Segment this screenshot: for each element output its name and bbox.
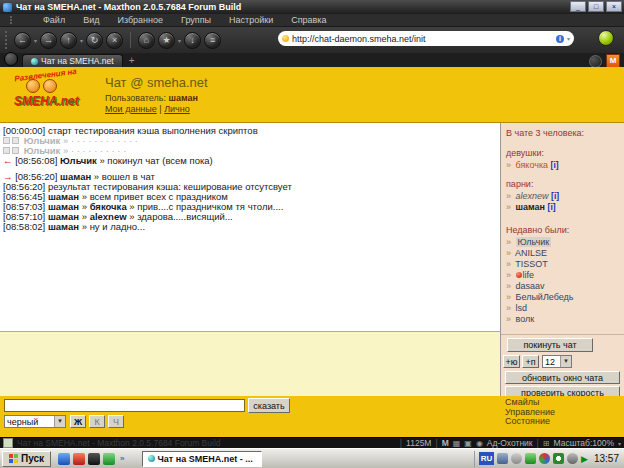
new-tab-button[interactable]: + — [129, 54, 135, 67]
tray-icon-6[interactable] — [567, 453, 578, 464]
recent-user-row: » ANILSE — [506, 248, 624, 258]
images-icon[interactable]: ▣ — [464, 439, 472, 448]
recent-user-row: » Юльчик — [506, 237, 624, 247]
user-link[interactable]: alexnew — [516, 191, 549, 201]
message-text: ну и ладно... — [90, 221, 145, 232]
plugins-icon[interactable]: ◉ — [476, 439, 483, 448]
back-button[interactable]: ← — [14, 32, 31, 49]
favorites-dropdown-icon[interactable]: ▾ — [178, 37, 181, 44]
home-button[interactable]: ⌂ — [138, 32, 155, 49]
bullet-icon: » — [506, 191, 511, 201]
user-link[interactable]: Юльчик — [516, 237, 552, 247]
quicklaunch-icon-3[interactable] — [88, 453, 100, 465]
tray-icon-4[interactable] — [539, 453, 550, 464]
tab-chat[interactable]: Чат на SMEHA.net — [22, 54, 123, 67]
maxthon-badge-icon[interactable]: M — [606, 54, 620, 68]
bullet-icon: » — [506, 160, 511, 170]
text-color-select[interactable]: черный ▼ — [4, 415, 66, 428]
up-dropdown-icon[interactable]: ▾ — [80, 37, 83, 44]
quicklaunch-icon-1[interactable] — [58, 453, 70, 465]
font-size-select[interactable]: 12 ▼ — [542, 355, 572, 368]
toolbar-separator — [130, 32, 131, 48]
zoom-icon: ⊞ — [543, 439, 550, 448]
user-info-link[interactable]: [i] — [551, 191, 559, 201]
header-links: Мои данные | Лично — [105, 104, 190, 114]
task-button-chat[interactable]: Чат на SMEHA.net - ... — [142, 451, 262, 467]
tray-icon-3[interactable] — [525, 453, 536, 464]
maximize-button[interactable]: □ — [588, 1, 604, 12]
user-link[interactable]: TISSOT — [515, 259, 548, 269]
menu-favorites[interactable]: Избранное — [108, 15, 172, 25]
user-link[interactable]: бякочка — [516, 160, 549, 170]
boss-key-icon[interactable] — [589, 55, 602, 68]
link-separator: | — [159, 104, 161, 114]
message-separator: » — [99, 155, 104, 166]
menu-groups[interactable]: Группы — [172, 15, 220, 25]
user-link[interactable]: life — [523, 270, 535, 280]
favorites-button[interactable]: ★ — [158, 32, 175, 49]
menu-view[interactable]: Вид — [74, 15, 108, 25]
up-button[interactable]: ↑ — [60, 32, 77, 49]
page-info-icon[interactable]: i — [556, 35, 564, 43]
system-tray: RU ▶ 13:57 — [474, 451, 622, 467]
status-bar: Чат на SMEHA.net - Maxthon 2.0.5.7684 Fo… — [0, 437, 624, 448]
tab-list-button[interactable] — [4, 52, 18, 66]
my-data-link[interactable]: Мои данные — [105, 104, 157, 114]
tray-icon-5[interactable] — [553, 453, 564, 464]
start-button[interactable]: Пуск — [2, 451, 51, 467]
back-dropdown-icon[interactable]: ▾ — [34, 37, 37, 44]
zoom-caret-icon[interactable]: ▾ — [618, 440, 621, 447]
italic-button[interactable]: К — [89, 415, 105, 428]
ad-hunter-status[interactable]: Ад-Охотник — [487, 438, 533, 448]
message-author: Юльчик — [60, 155, 97, 166]
leave-chat-button[interactable]: покинуть чат — [507, 338, 593, 352]
forward-button[interactable]: → — [40, 32, 57, 49]
refresh-chat-button[interactable]: обновить окно чата — [505, 371, 620, 384]
address-bar[interactable]: http://chat-daemon.smeha.net/init i ▾ — [278, 31, 574, 46]
user-link[interactable]: шаман — [516, 202, 546, 212]
quicklaunch-overflow-icon[interactable]: » — [120, 454, 124, 463]
user-link[interactable]: lsd — [516, 303, 528, 313]
language-indicator[interactable]: RU — [479, 452, 494, 465]
address-input[interactable]: http://chat-daemon.smeha.net/init — [292, 34, 553, 44]
add-boy-button[interactable]: +п — [522, 355, 539, 368]
menu-file[interactable]: Файл — [34, 15, 74, 25]
stop-button[interactable]: × — [106, 32, 123, 49]
message-input[interactable] — [4, 399, 245, 412]
underline-button[interactable]: Ч — [108, 415, 124, 428]
bold-button[interactable]: Ж — [70, 415, 86, 428]
user-link[interactable]: dasaav — [516, 281, 545, 291]
chat-message: [08:58:02] шаман » ну и ладно... — [3, 222, 498, 232]
state-link[interactable]: Состояние — [505, 417, 555, 427]
say-button[interactable]: сказать — [248, 398, 290, 413]
minimize-button[interactable]: _ — [570, 1, 586, 12]
quicklaunch-icon-2[interactable] — [73, 453, 85, 465]
private-link[interactable]: Лично — [164, 104, 190, 114]
menu-settings[interactable]: Настройки — [220, 15, 282, 25]
maxthon-status-badge: M — [442, 438, 449, 448]
recent-user-row: » lsd — [506, 303, 624, 313]
user-link[interactable]: ANILSE — [515, 248, 547, 258]
tools-button[interactable]: ≡ — [204, 32, 221, 49]
status-separator: | — [435, 438, 437, 448]
user-link[interactable]: волк — [516, 314, 535, 324]
quicklaunch-icon-4[interactable] — [103, 453, 115, 465]
user-info-link[interactable]: [i] — [548, 202, 556, 212]
tray-icon-2[interactable] — [511, 453, 522, 464]
tray-icon-1[interactable] — [497, 453, 508, 464]
download-button[interactable]: ↓ — [184, 32, 201, 49]
add-girl-button[interactable]: +ю — [503, 355, 520, 368]
status-separator: | — [400, 438, 402, 448]
zoom-level[interactable]: Масштаб:100% — [554, 438, 614, 448]
close-button[interactable]: × — [606, 1, 622, 12]
proxy-icon[interactable]: ▦ — [453, 439, 461, 448]
refresh-button[interactable]: ↻ — [86, 32, 103, 49]
bullet-icon: » — [506, 270, 511, 280]
menu-help[interactable]: Справка — [282, 15, 335, 25]
user-name: шаман — [168, 93, 198, 103]
player-tray-icon[interactable]: ▶ — [581, 454, 588, 464]
address-dropdown-icon[interactable]: ▾ — [567, 35, 570, 42]
user-link[interactable]: БелыйЛебедь — [516, 292, 574, 302]
go-search-button[interactable] — [598, 30, 614, 46]
user-info-link[interactable]: [i] — [551, 160, 559, 170]
